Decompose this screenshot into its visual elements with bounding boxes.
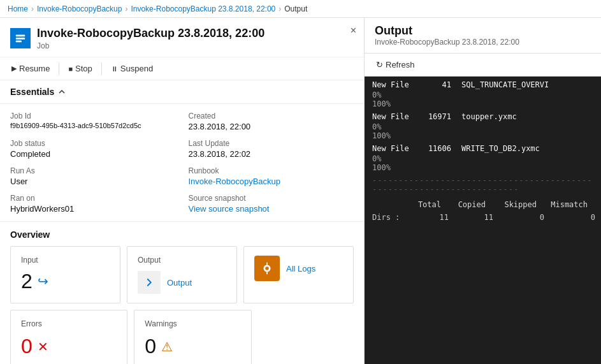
output-file-row-2: New File 16971 toupper.yxmc — [365, 108, 601, 122]
warnings-label: Warnings — [145, 319, 240, 328]
run-as-value: User — [10, 177, 176, 186]
breadcrumb-invoke[interactable]: Invoke-RobocopyBackup — [37, 4, 122, 13]
ran-on-value: HybridWorkers01 — [10, 204, 176, 214]
error-x-icon: ✕ — [38, 339, 48, 354]
svg-point-4 — [265, 266, 269, 270]
second-row-cards: Errors 0 ✕ Warnings 0 ⚠ — [10, 310, 354, 364]
output-card[interactable]: Output Output — [127, 246, 237, 303]
file-name-2: toupper.yxmc — [461, 112, 593, 121]
collapse-icon — [58, 88, 66, 96]
warnings-card: Warnings 0 ⚠ — [134, 310, 251, 364]
file-type-1: New File — [372, 80, 423, 89]
created-value: 23.8.2018, 22:00 — [189, 122, 354, 131]
resume-button[interactable]: ▶ Resume — [8, 61, 54, 76]
output-divider: ----------------------------------------… — [365, 172, 601, 198]
file-type-3: New File — [372, 144, 423, 153]
runbook-link[interactable]: Invoke-RobocopyBackup — [189, 177, 281, 186]
field-ran-on: Ran on HybridWorkers01 — [10, 194, 176, 214]
output-pct-row-1b: 100% — [365, 99, 601, 108]
field-run-as: Run As User — [10, 166, 176, 186]
refresh-button[interactable]: ↻ Refresh — [372, 57, 419, 72]
output-link[interactable]: Output — [167, 278, 192, 288]
stats-dirs-skipped: 0 — [493, 213, 544, 222]
errors-label: Errors — [21, 319, 117, 328]
svg-rect-0 — [16, 35, 25, 37]
stats-dirs-copied: 11 — [449, 213, 493, 222]
job-id-value: f9b16909-495b-4313-adc9-510b57d2cd5c — [10, 122, 176, 129]
file-size-2: 16971 — [423, 112, 461, 121]
output-pct-row-3b: 100% — [365, 163, 601, 172]
warning-triangle-icon: ⚠ — [161, 339, 173, 354]
panel-subtitle: Job — [37, 41, 354, 50]
panel-title: Invoke-RobocopyBackup 23.8.2018, 22:00 — [37, 27, 354, 40]
stop-icon: ■ — [68, 65, 73, 73]
all-logs-icon — [254, 256, 280, 281]
suspend-button[interactable]: ⏸ Suspend — [107, 61, 157, 76]
breadcrumb: Home › Invoke-RobocopyBackup › Invoke-Ro… — [0, 0, 601, 18]
refresh-icon: ↻ — [376, 60, 383, 69]
field-created: Created 23.8.2018, 22:00 — [189, 112, 354, 131]
all-logs-card[interactable]: All Logs — [243, 246, 354, 303]
field-job-status: Job status Completed — [10, 139, 176, 159]
svg-rect-1 — [16, 38, 25, 40]
file-size-3: 11606 — [423, 144, 461, 153]
errors-card: Errors 0 ✕ — [10, 310, 127, 364]
output-pct-row-2b: 100% — [365, 131, 601, 140]
stats-skipped-header: Skipped — [486, 200, 537, 209]
job-icon — [10, 28, 31, 48]
output-card-icon — [138, 271, 161, 294]
file-size-1: 41 — [423, 80, 461, 89]
toolbar-separator — [59, 62, 59, 75]
output-stats-row-dirs: Dirs : 11 11 0 0 — [365, 212, 601, 223]
right-panel: Output Invoke-RobocopyBackup 23.8.2018, … — [365, 18, 601, 364]
stats-dirs-label: Dirs : — [372, 213, 404, 222]
output-file-row-3: New File 11606 WRITE_TO_DB2.yxmc — [365, 140, 601, 154]
output-header: Output Invoke-RobocopyBackup 23.8.2018, … — [365, 18, 601, 54]
warnings-count: 0 — [145, 335, 156, 358]
breadcrumb-job[interactable]: Invoke-RobocopyBackup 23.8.2018, 22:00 — [131, 4, 275, 13]
overview-section: Overview Input 2 ↪ Output — [0, 222, 364, 364]
input-arrow-icon: ↪ — [38, 273, 48, 289]
close-button[interactable]: × — [351, 25, 356, 36]
output-stats-header: Total Copied Skipped Mismatch F — [365, 198, 601, 212]
field-job-id: Job Id f9b16909-495b-4313-adc9-510b57d2c… — [10, 112, 176, 131]
stats-total-header: Total — [396, 200, 441, 209]
input-count: 2 — [21, 271, 33, 291]
svg-rect-2 — [16, 41, 22, 43]
field-last-update: Last Update 23.8.2018, 22:02 — [189, 139, 354, 159]
toolbar: ▶ Resume ■ Stop ⏸ Suspend — [0, 57, 364, 80]
panel-header: Invoke-RobocopyBackup 23.8.2018, 22:00 J… — [0, 18, 364, 57]
output-panel-subtitle: Invoke-RobocopyBackup 23.8.2018, 22:00 — [375, 38, 519, 47]
output-toolbar: ↻ Refresh — [365, 54, 601, 76]
field-source-snapshot: Source snapshot View source snapshot — [189, 194, 354, 214]
stats-copied-header: Copied — [441, 200, 486, 209]
stats-dirs-mismatch: 0 — [544, 213, 595, 222]
output-file-row-1: New File 41 SQL_TRUNCATE_OVERVI — [365, 76, 601, 91]
stats-dirs-total: 11 — [404, 213, 449, 222]
overview-cards: Input 2 ↪ Output Outp — [10, 246, 354, 303]
essentials-grid: Job Id f9b16909-495b-4313-adc9-510b57d2c… — [0, 104, 364, 222]
output-label: Output — [138, 256, 226, 265]
all-logs-label[interactable]: All Logs — [286, 264, 315, 273]
file-name-1: SQL_TRUNCATE_OVERVI — [461, 80, 593, 89]
stop-button[interactable]: ■ Stop — [64, 61, 96, 76]
input-label: Input — [21, 256, 110, 265]
output-pct-row-2a: 0% — [365, 122, 601, 131]
output-panel-title: Output — [375, 24, 519, 38]
resume-icon: ▶ — [11, 64, 17, 73]
output-pct-row-1a: 0% — [365, 91, 601, 99]
file-name-3: WRITE_TO_DB2.yxmc — [461, 144, 593, 153]
left-panel: Invoke-RobocopyBackup 23.8.2018, 22:00 J… — [0, 18, 365, 364]
stats-mismatch-header: Mismatch — [537, 200, 588, 209]
essentials-header[interactable]: Essentials — [0, 80, 364, 104]
toolbar-separator-2 — [101, 62, 102, 75]
output-content: New File 41 SQL_TRUNCATE_OVERVI 0% 100% … — [365, 76, 601, 364]
overview-title: Overview — [10, 229, 354, 240]
file-type-2: New File — [372, 112, 423, 121]
breadcrumb-home[interactable]: Home — [8, 4, 28, 13]
last-update-value: 23.8.2018, 22:02 — [189, 149, 354, 159]
field-runbook: Runbook Invoke-RobocopyBackup — [189, 166, 354, 186]
source-snapshot-link[interactable]: View source snapshot — [189, 204, 270, 214]
stats-extra-header: F — [588, 200, 601, 209]
output-pct-row-3a: 0% — [365, 154, 601, 163]
